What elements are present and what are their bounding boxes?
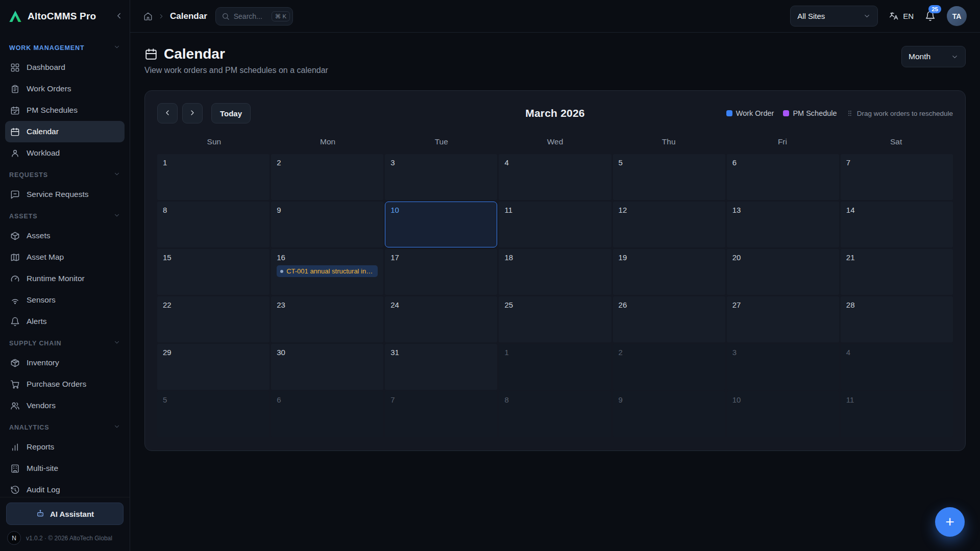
language-label: EN: [903, 12, 914, 20]
calendar-day-12[interactable]: 12: [613, 202, 725, 247]
sidebar-item-calendar[interactable]: Calendar: [5, 121, 125, 142]
calendar-day-13[interactable]: 13: [727, 202, 839, 247]
sidebar-item-work-orders[interactable]: Work Orders: [5, 78, 125, 99]
calendar-day-19[interactable]: 19: [613, 249, 725, 295]
calendar-day-7[interactable]: 7: [841, 154, 953, 200]
calendar-day-10-next[interactable]: 10: [727, 391, 839, 437]
view-selector[interactable]: Month: [901, 46, 966, 67]
sidebar-item-runtime-monitor[interactable]: Runtime Monitor: [5, 268, 125, 289]
calendar-day-15[interactable]: 15: [157, 249, 270, 295]
footer-avatar[interactable]: N: [7, 531, 21, 545]
app-logo[interactable]: AltoCMMS Pro: [8, 9, 96, 23]
sidebar-collapse-button[interactable]: [114, 11, 124, 22]
calendar-grid: 12345678910111213141516CT-001 annual str…: [157, 154, 953, 437]
calendar-day-22[interactable]: 22: [157, 296, 270, 342]
notifications-button[interactable]: 25: [925, 11, 936, 21]
sidebar-item-alerts[interactable]: Alerts: [5, 311, 125, 332]
sidebar-item-multi-site[interactable]: Multi-site: [5, 458, 125, 479]
user-avatar[interactable]: TA: [947, 6, 967, 26]
sidebar-section-work-management[interactable]: WORK MANAGEMENT: [5, 37, 125, 57]
calendar-day-27[interactable]: 27: [727, 296, 839, 342]
chevron-down-icon: [113, 43, 120, 52]
sidebar-section-assets[interactable]: ASSETS: [5, 205, 125, 225]
calendar-day-28[interactable]: 28: [841, 296, 953, 342]
calendar-day-20[interactable]: 20: [727, 249, 839, 295]
calendar-day-7-next[interactable]: 7: [385, 391, 497, 437]
calendar-day-2[interactable]: 2: [271, 154, 383, 200]
calendar-day-5-next[interactable]: 5: [157, 391, 270, 437]
chevron-down-icon: [113, 212, 120, 220]
weekday-label-wed: Wed: [498, 135, 612, 149]
sidebar-item-workload[interactable]: Workload: [5, 142, 125, 164]
sidebar-item-sensors[interactable]: Sensors: [5, 289, 125, 311]
sidebar-item-pm-schedules[interactable]: PM Schedules: [5, 99, 125, 121]
calendar-day-24[interactable]: 24: [385, 296, 497, 342]
sidebar-item-reports[interactable]: Reports: [5, 436, 125, 458]
sidebar-item-service-requests[interactable]: Service Requests: [5, 184, 125, 205]
calendar-day-31[interactable]: 31: [385, 344, 497, 390]
sidebar: AltoCMMS Pro WORK MANAGEMENTDashboardWor…: [0, 0, 130, 551]
sidebar-item-purchase-orders[interactable]: Purchase Orders: [5, 373, 125, 395]
home-icon[interactable]: [143, 12, 153, 21]
calendar-day-3[interactable]: 3: [385, 154, 497, 200]
calendar-day-14[interactable]: 14: [841, 202, 953, 247]
app-name: AltoCMMS Pro: [28, 11, 96, 22]
calendar-day-16[interactable]: 16CT-001 annual structural inspec…: [271, 249, 383, 295]
calendar-day-5[interactable]: 5: [613, 154, 725, 200]
ai-assistant-button[interactable]: AI Assistant: [6, 503, 124, 525]
calendar-day-9-next[interactable]: 9: [613, 391, 725, 437]
calendar-day-17[interactable]: 17: [385, 249, 497, 295]
calendar-day-8[interactable]: 8: [157, 202, 270, 247]
calendar-day-18[interactable]: 18: [499, 249, 611, 295]
sidebar-section-analytics[interactable]: ANALYTICS: [5, 416, 125, 436]
assets-icon: [10, 231, 20, 241]
sidebar-section-requests[interactable]: REQUESTS: [5, 164, 125, 184]
sidebar-item-assets[interactable]: Assets: [5, 225, 125, 246]
topbar-right: All Sites EN 25 TA: [790, 6, 967, 27]
calendar-day-10[interactable]: 10: [385, 202, 497, 247]
calendar-day-21[interactable]: 21: [841, 249, 953, 295]
search-bar[interactable]: ⌘ K: [215, 7, 293, 26]
prev-month-button[interactable]: [157, 103, 178, 123]
today-button[interactable]: Today: [211, 103, 251, 123]
site-selector-value: All Sites: [797, 12, 825, 20]
calendar-day-25[interactable]: 25: [499, 296, 611, 342]
calendar-day-2-next[interactable]: 2: [613, 344, 725, 390]
calendar-day-23[interactable]: 23: [271, 296, 383, 342]
add-button[interactable]: +: [935, 507, 965, 537]
sidebar-item-audit-log[interactable]: Audit Log: [5, 479, 125, 497]
sidebar-nav: WORK MANAGEMENTDashboardWork OrdersPM Sc…: [0, 33, 130, 497]
sidebar-item-dashboard[interactable]: Dashboard: [5, 57, 125, 78]
calendar-day-11[interactable]: 11: [499, 202, 611, 247]
calendar-day-11-next[interactable]: 11: [841, 391, 953, 437]
multi-site-icon: [10, 464, 20, 473]
calendar-day-3-next[interactable]: 3: [727, 344, 839, 390]
calendar-day-1[interactable]: 1: [157, 154, 270, 200]
calendar-day-6[interactable]: 6: [727, 154, 839, 200]
weekday-label-fri: Fri: [726, 135, 840, 149]
chevron-left-icon: [114, 11, 124, 22]
calendar-day-1-next[interactable]: 1: [499, 344, 611, 390]
sidebar-item-inventory[interactable]: Inventory: [5, 352, 125, 373]
calendar-day-8-next[interactable]: 8: [499, 391, 611, 437]
search-input[interactable]: [234, 12, 267, 20]
page-title: Calendar: [164, 46, 225, 62]
dashboard-icon: [10, 63, 20, 72]
calendar-day-26[interactable]: 26: [613, 296, 725, 342]
calendar-day-29[interactable]: 29: [157, 344, 270, 390]
weekday-label-sat: Sat: [839, 135, 953, 149]
calendar-day-4-next[interactable]: 4: [841, 344, 953, 390]
sidebar-item-asset-map[interactable]: Asset Map: [5, 246, 125, 268]
calendar-day-30[interactable]: 30: [271, 344, 383, 390]
sidebar-item-vendors[interactable]: Vendors: [5, 395, 125, 416]
next-month-button[interactable]: [182, 103, 203, 123]
calendar-day-9[interactable]: 9: [271, 202, 383, 247]
chevron-right-icon: [188, 109, 197, 118]
language-switcher[interactable]: EN: [889, 11, 914, 21]
calendar-day-4[interactable]: 4: [499, 154, 611, 200]
calendar-event[interactable]: CT-001 annual structural inspec…: [277, 265, 378, 277]
sidebar-section-supply-chain[interactable]: SUPPLY CHAIN: [5, 332, 125, 352]
calendar-day-6-next[interactable]: 6: [271, 391, 383, 437]
site-selector[interactable]: All Sites: [790, 6, 878, 27]
inventory-icon: [10, 358, 20, 368]
